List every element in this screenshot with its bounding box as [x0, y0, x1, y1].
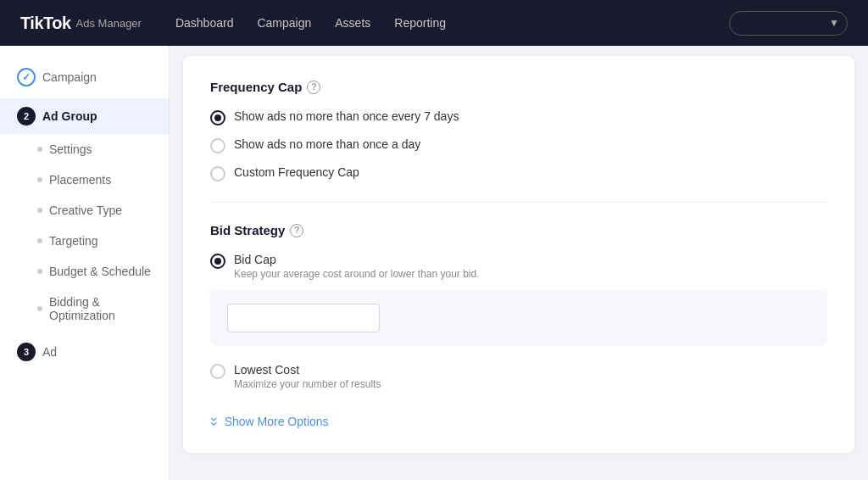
- bid-input-area: [210, 290, 827, 346]
- sidebar-item-adgroup[interactable]: 2 Ad Group: [0, 98, 169, 134]
- bid-cap-label: Bid Cap: [234, 253, 480, 266]
- lowest-cost-label: Lowest Cost: [234, 363, 381, 377]
- bullet-icon: [37, 177, 42, 182]
- freq-label-3: Custom Frequency Cap: [234, 165, 359, 179]
- freq-radio-1: [210, 110, 225, 126]
- sidebar-adgroup-label: Ad Group: [42, 109, 97, 123]
- freq-option-2[interactable]: Show ads no more than once a day: [210, 137, 827, 153]
- layout: ✓ Campaign 2 Ad Group Settings Placement…: [0, 46, 868, 480]
- content-card: Frequency Cap ? Show ads no more than on…: [183, 56, 854, 453]
- account-dropdown-wrap: ▼: [729, 11, 848, 36]
- step3-badge: 3: [17, 343, 36, 361]
- show-more-container: ›› Show More Options: [210, 414, 827, 429]
- sidebar-item-creativetype[interactable]: Creative Type: [0, 195, 169, 226]
- logo-sub: Ads Manager: [76, 17, 142, 30]
- lowest-cost-option[interactable]: Lowest Cost Maximize your number of resu…: [210, 363, 827, 390]
- sidebar-item-settings[interactable]: Settings: [0, 134, 169, 165]
- nav-links: Dashboard Campaign Assets Reporting: [175, 16, 446, 30]
- bullet-icon: [37, 306, 42, 311]
- sidebar-step2: 2 Ad Group Settings Placements Creative …: [0, 98, 169, 331]
- sidebar-step3: 3 Ad: [0, 334, 169, 370]
- frequency-cap-section: Frequency Cap ? Show ads no more than on…: [210, 80, 827, 181]
- main-content: Frequency Cap ? Show ads no more than on…: [170, 46, 868, 480]
- bullet-icon: [37, 269, 42, 274]
- sidebar-campaign-label: Campaign: [42, 70, 97, 84]
- nav-campaign[interactable]: Campaign: [257, 16, 311, 30]
- nav-dashboard[interactable]: Dashboard: [175, 16, 234, 30]
- bullet-icon: [37, 147, 42, 152]
- sidebar-item-placements[interactable]: Placements: [0, 165, 169, 195]
- nav-reporting[interactable]: Reporting: [394, 16, 446, 30]
- sidebar-creativetype-label: Creative Type: [49, 204, 122, 217]
- show-more-label: Show More Options: [225, 415, 329, 428]
- freq-radio-3: [210, 166, 225, 181]
- chevron-down-icon: ››: [207, 417, 222, 427]
- bid-cap-radio: [210, 254, 225, 269]
- bid-strategy-section: Bid Strategy ? Bid Cap Keep your average…: [210, 223, 827, 429]
- lowest-cost-radio: [210, 364, 225, 379]
- freq-radio-2: [210, 138, 225, 153]
- account-dropdown[interactable]: [729, 11, 848, 36]
- sidebar-ad-label: Ad: [42, 345, 57, 359]
- sidebar-placements-label: Placements: [49, 173, 111, 187]
- sidebar-targeting-label: Targeting: [49, 234, 98, 248]
- bullet-icon: [37, 238, 42, 243]
- sidebar-item-ad[interactable]: 3 Ad: [0, 334, 169, 370]
- topnav: TikTok Ads Manager Dashboard Campaign As…: [0, 0, 868, 46]
- logo-text: TikTok: [20, 14, 71, 33]
- freq-label-1: Show ads no more than once every 7 days: [234, 109, 459, 123]
- sidebar: ✓ Campaign 2 Ad Group Settings Placement…: [0, 46, 170, 480]
- bid-cap-sublabel: Keep your average cost around or lower t…: [234, 268, 480, 280]
- topnav-right: ▼: [729, 11, 848, 36]
- sidebar-item-targeting[interactable]: Targeting: [0, 226, 169, 256]
- nav-assets[interactable]: Assets: [335, 16, 370, 30]
- bid-cap-content: Bid Cap Keep your average cost around or…: [234, 253, 480, 280]
- bid-strategy-title: Bid Strategy ?: [210, 223, 827, 237]
- logo: TikTok Ads Manager: [20, 14, 142, 33]
- sidebar-item-bidding[interactable]: Bidding & Optimization: [0, 287, 169, 331]
- bid-cap-option[interactable]: Bid Cap Keep your average cost around or…: [210, 253, 827, 280]
- freq-label-2: Show ads no more than once a day: [234, 137, 420, 151]
- bid-strategy-label: Bid Strategy: [210, 223, 285, 237]
- frequency-cap-options: Show ads no more than once every 7 days …: [210, 109, 827, 181]
- frequency-cap-title: Frequency Cap ?: [210, 80, 827, 94]
- sidebar-item-campaign[interactable]: ✓ Campaign: [0, 59, 169, 95]
- step1-check: ✓: [17, 68, 36, 87]
- lowest-cost-content: Lowest Cost Maximize your number of resu…: [234, 363, 381, 390]
- sidebar-budget-label: Budget & Schedule: [49, 265, 151, 278]
- sidebar-bidding-label: Bidding & Optimization: [49, 295, 152, 322]
- lowest-cost-section: Lowest Cost Maximize your number of resu…: [210, 363, 827, 390]
- lowest-cost-sublabel: Maximize your number of results: [234, 378, 381, 390]
- frequency-cap-help-icon[interactable]: ?: [307, 81, 320, 94]
- step2-badge: 2: [17, 107, 36, 126]
- sidebar-item-budgetschedule[interactable]: Budget & Schedule: [0, 256, 169, 287]
- bullet-icon: [37, 208, 42, 213]
- freq-option-1[interactable]: Show ads no more than once every 7 days: [210, 109, 827, 126]
- sidebar-step1: ✓ Campaign: [0, 59, 169, 95]
- show-more-button[interactable]: ›› Show More Options: [210, 414, 329, 429]
- freq-option-3[interactable]: Custom Frequency Cap: [210, 165, 827, 181]
- bid-cap-input[interactable]: [227, 304, 380, 332]
- frequency-cap-label: Frequency Cap: [210, 80, 302, 94]
- bid-strategy-help-icon[interactable]: ?: [290, 224, 303, 237]
- sidebar-settings-label: Settings: [49, 142, 92, 156]
- divider: [210, 202, 827, 203]
